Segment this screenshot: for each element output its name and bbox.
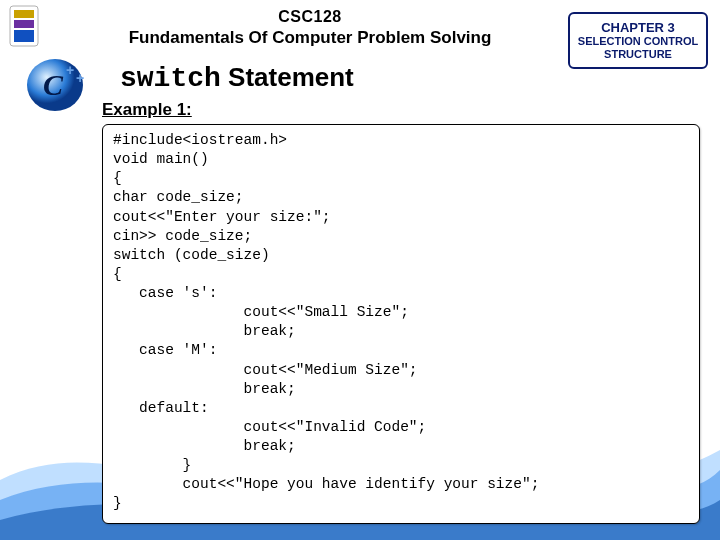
chapter-title-2: STRUCTURE — [574, 48, 702, 61]
section-title: switch Statement — [120, 62, 354, 94]
chapter-number: CHAPTER 3 — [574, 20, 702, 35]
chapter-box: CHAPTER 3 SELECTION CONTROL STRUCTURE — [568, 12, 708, 69]
statement-word: Statement — [221, 62, 354, 92]
code-box: #include<iostream.h> void main() { char … — [102, 124, 700, 524]
svg-text:+: + — [66, 62, 74, 78]
example-label: Example 1: — [102, 100, 192, 120]
svg-text:C: C — [43, 68, 64, 101]
chapter-title-1: SELECTION CONTROL — [574, 35, 702, 48]
course-code: CSC128 — [100, 8, 520, 26]
switch-keyword: switch — [120, 63, 221, 94]
code-content: #include<iostream.h> void main() { char … — [113, 131, 689, 514]
course-title: Fundamentals Of Computer Problem Solving — [100, 28, 520, 48]
svg-text:+: + — [76, 70, 84, 86]
cpp-logo: C + + — [20, 55, 100, 115]
